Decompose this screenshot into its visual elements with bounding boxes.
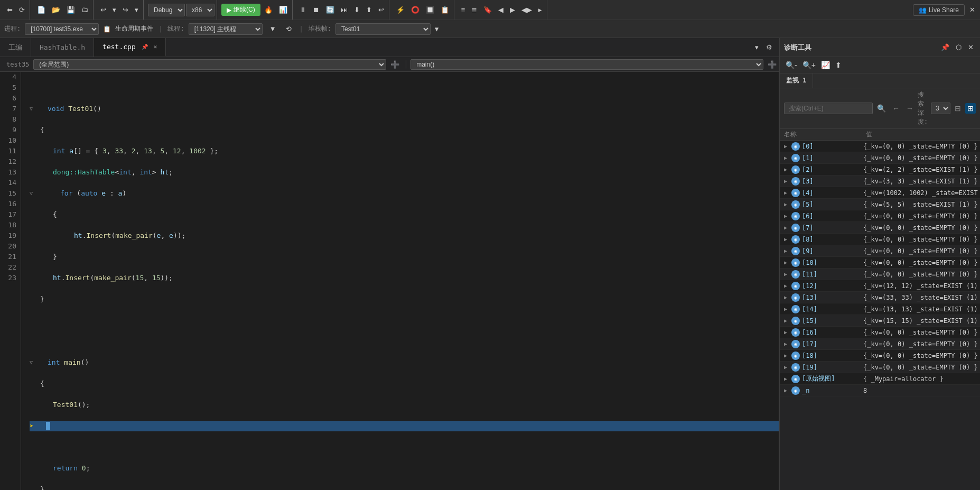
depth-select[interactable]: 3 1 2 4 5: [931, 103, 950, 114]
watch-row[interactable]: ▶ ◉ [3] {_kv=(3, 3) _state=EXIST (1) }: [780, 175, 980, 187]
diag-close-btn[interactable]: ✕: [966, 42, 976, 52]
watch-row[interactable]: ▶ ◉ [0] {_kv=(0, 0) _state=EMPTY (0) }: [780, 141, 980, 152]
watch-expand-16[interactable]: ▶: [782, 329, 789, 335]
watch-search-input[interactable]: [784, 103, 873, 114]
memory-btn[interactable]: 🔲: [423, 5, 437, 15]
watch-row[interactable]: ▶ ◉ [5] {_kv=(5, 5) _state=EXIST (1) }: [780, 199, 980, 210]
watch-row[interactable]: ▶ ◉ [1] {_kv=(0, 0) _state=EMPTY (0) }: [780, 152, 980, 164]
nav-btn3[interactable]: ◀▶: [519, 5, 535, 15]
watch-row[interactable]: ▶ ◉ [原始视图] { _Mypair=allocator }: [780, 373, 980, 385]
pause-btn[interactable]: ⏸: [297, 5, 309, 15]
watch-expand-3[interactable]: ▶: [782, 178, 789, 184]
redo-dropdown-btn[interactable]: ▾: [132, 5, 141, 15]
thread-select[interactable]: [11320] 主线程: [189, 23, 263, 35]
watch-row[interactable]: ▶ ◉ [16] {_kv=(0, 0) _state=EMPTY (0) }: [780, 327, 980, 338]
watch-row[interactable]: ▶ ◉ [10] {_kv=(0, 0) _state=EMPTY (0) }: [780, 257, 980, 269]
debug-mode-select[interactable]: Debug: [148, 4, 185, 16]
watch-expand-14[interactable]: ▶: [782, 306, 789, 312]
watch-row[interactable]: ▶ ◉ [18] {_kv=(0, 0) _state=EMPTY (0) }: [780, 350, 980, 362]
watch-expand-13[interactable]: ▶: [782, 294, 789, 300]
scope-right-add-btn[interactable]: ➕: [766, 59, 779, 70]
disassembly-btn[interactable]: 📋: [438, 5, 452, 15]
back-btn[interactable]: ⬅: [4, 5, 15, 15]
profile-btn[interactable]: 📊: [276, 5, 290, 15]
code-editor[interactable]: 4 5 6 7 8 9 10 11 12 13 14 15 16 17 18 1…: [0, 72, 779, 490]
diag-up-btn[interactable]: ⬆: [834, 59, 843, 71]
watch-row[interactable]: ▶ ◉ [7] {_kv=(0, 0) _state=EMPTY (0) }: [780, 222, 980, 234]
watch-expand-2[interactable]: ▶: [782, 167, 789, 172]
watch-filter-btn[interactable]: ⊟: [953, 103, 963, 114]
watch-expand-4[interactable]: ▶: [782, 190, 789, 196]
scope-right-select[interactable]: main(): [410, 59, 763, 70]
live-share-button[interactable]: 👥 Live Share: [913, 4, 965, 16]
watch-expand-0[interactable]: ▶: [782, 143, 789, 149]
watch-expand-9[interactable]: ▶: [782, 248, 789, 254]
arch-select[interactable]: x86: [186, 4, 214, 16]
watch-row[interactable]: ▶ ◉ [15] {_kv=(15, 15) _state=EXIST (1) …: [780, 315, 980, 327]
redo-btn[interactable]: ↪: [120, 5, 131, 15]
watch-row[interactable]: ▶ ◉ [4] {_kv=(1002, 1002) _state=EXIST (…: [780, 187, 980, 199]
watch-expand-20[interactable]: ▶: [782, 376, 789, 382]
filter-btn[interactable]: ▼: [267, 24, 279, 34]
collapse-17[interactable]: ▽: [30, 357, 37, 368]
view-btn2[interactable]: ≣: [469, 5, 480, 15]
watch-expand-17[interactable]: ▶: [782, 341, 789, 347]
breakpoint-btn[interactable]: ⭕: [408, 5, 422, 15]
step-back-btn[interactable]: ↩: [376, 5, 387, 15]
nav-btn4[interactable]: ▸: [536, 5, 545, 15]
continue-btn[interactable]: ▶ 继续(C): [221, 4, 260, 16]
watch-row[interactable]: ▶ ◉ _n 8: [780, 385, 980, 396]
collapse-9[interactable]: ▽: [30, 188, 37, 199]
diag-chart-btn[interactable]: 📈: [819, 59, 832, 71]
view-btn1[interactable]: ≡: [459, 5, 468, 15]
tabs-settings-btn[interactable]: ⚙: [763, 42, 775, 52]
watch-row[interactable]: ▶ ◉ [13] {_kv=(33, 33) _state=EXIST (1) …: [780, 292, 980, 303]
nav-btn2[interactable]: ▶: [507, 5, 518, 15]
code-content[interactable]: ▽ void Test01() { int a [] = { 3 , 33 , …: [21, 72, 779, 490]
diag-pin-btn[interactable]: 📌: [939, 42, 951, 52]
stack-select[interactable]: Test01: [335, 23, 431, 35]
watch-row[interactable]: ▶ ◉ [14] {_kv=(13, 13) _state=EXIST (1) …: [780, 303, 980, 315]
undo-dropdown-btn[interactable]: ▾: [110, 5, 119, 15]
step-out-btn[interactable]: ⬆: [363, 5, 375, 15]
filter-btn2[interactable]: ⟲: [283, 24, 294, 34]
watch-search-icon[interactable]: 🔍: [875, 103, 888, 114]
watch-back-btn[interactable]: ←: [890, 103, 902, 114]
diag-zoom-in-btn[interactable]: 🔍+: [801, 59, 817, 71]
restart-btn[interactable]: 🔄: [323, 5, 337, 15]
bookmark-btn[interactable]: 🔖: [481, 5, 494, 15]
diag-zoom-out-btn[interactable]: 🔍-: [784, 59, 799, 71]
watch-expand-1[interactable]: ▶: [782, 155, 789, 161]
watch-row[interactable]: ▶ ◉ [2] {_kv=(2, 2) _state=EXIST (1) }: [780, 164, 980, 175]
watch-expand-7[interactable]: ▶: [782, 225, 789, 230]
watch-expand-15[interactable]: ▶: [782, 318, 789, 323]
watch-row[interactable]: ▶ ◉ [12] {_kv=(12, 12) _state=EXIST (1) …: [780, 280, 980, 292]
step-into-btn[interactable]: ⬇: [351, 5, 362, 15]
open-btn[interactable]: 📂: [49, 5, 63, 15]
watch-expand-5[interactable]: ▶: [782, 201, 789, 207]
collapse-5[interactable]: ▽: [30, 104, 37, 114]
watch-expand-6[interactable]: ▶: [782, 213, 789, 219]
tabs-dropdown-btn[interactable]: ▾: [752, 42, 761, 52]
nav-btn1[interactable]: ◀: [496, 5, 506, 15]
process-select[interactable]: [10700] test35.exe: [25, 23, 99, 35]
watch-row[interactable]: ▶ ◉ [9] {_kv=(0, 0) _state=EMPTY (0) }: [780, 245, 980, 257]
save-all-btn[interactable]: 🗂: [79, 5, 91, 15]
watch-row[interactable]: ▶ ◉ [8] {_kv=(0, 0) _state=EMPTY (0) }: [780, 234, 980, 245]
tab-test-close[interactable]: ✕: [154, 43, 157, 50]
scope-add-btn[interactable]: ➕: [388, 59, 402, 70]
watch-expand-12[interactable]: ▶: [782, 283, 789, 289]
watch-row[interactable]: ▶ ◉ [6] {_kv=(0, 0) _state=EMPTY (0) }: [780, 210, 980, 222]
forward-btn[interactable]: ⟳: [16, 5, 27, 15]
watch-row[interactable]: ▶ ◉ [19] {_kv=(0, 0) _state=EMPTY (0) }: [780, 362, 980, 373]
stop-btn[interactable]: ⏹: [310, 5, 322, 15]
scope-left-select[interactable]: (全局范围): [33, 59, 386, 70]
save-btn[interactable]: 💾: [64, 5, 78, 15]
tab-test[interactable]: test.cpp 📌 ✕: [94, 38, 166, 57]
watch-expand-10[interactable]: ▶: [782, 260, 789, 265]
watch-expand-18[interactable]: ▶: [782, 353, 789, 358]
tab-hashtable[interactable]: HashTable.h: [31, 38, 94, 57]
step-over-btn[interactable]: ⏭: [338, 5, 350, 15]
watch-table-btn[interactable]: ⊞: [965, 103, 976, 114]
exception-btn[interactable]: ⚡: [394, 5, 407, 15]
